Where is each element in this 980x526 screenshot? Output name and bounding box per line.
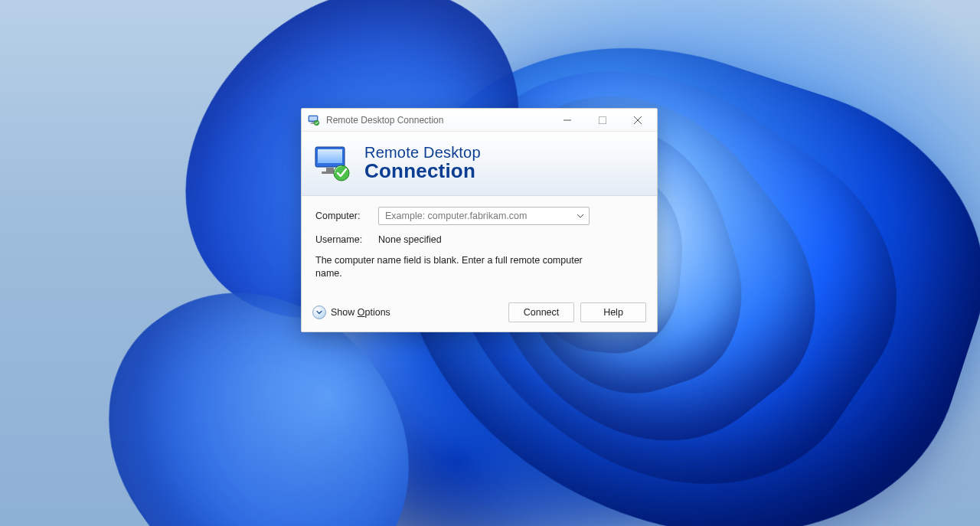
remote-desktop-connection-window: Remote Desktop Connection (301, 108, 658, 332)
svg-rect-8 (326, 168, 334, 172)
desktop-background: Remote Desktop Connection (0, 0, 980, 526)
banner-title-line1: Remote Desktop (364, 145, 481, 161)
chevron-down-icon[interactable] (574, 210, 586, 222)
computer-label: Computer: (315, 211, 378, 221)
username-value: None specified (378, 234, 442, 245)
show-options-label: Show Options (331, 307, 390, 318)
svg-rect-1 (309, 116, 317, 121)
svg-rect-5 (599, 117, 606, 124)
window-title: Remote Desktop Connection (326, 115, 550, 126)
computer-input[interactable] (378, 207, 590, 225)
remote-desktop-app-icon (308, 114, 320, 126)
svg-rect-7 (318, 149, 342, 163)
username-label: Username: (315, 234, 378, 245)
computer-combobox[interactable] (378, 207, 590, 225)
dialog-body: Computer: Username: None specified The c… (302, 196, 657, 296)
svg-point-10 (334, 165, 349, 181)
maximize-button (585, 109, 620, 132)
minimize-button[interactable] (550, 109, 585, 132)
titlebar[interactable]: Remote Desktop Connection (302, 109, 657, 132)
remote-desktop-banner-icon (312, 144, 352, 184)
show-options-toggle[interactable]: Show Options (312, 305, 390, 319)
help-button[interactable]: Help (580, 302, 646, 322)
expand-chevron-icon (312, 305, 326, 319)
banner-title: Remote Desktop Connection (364, 145, 481, 181)
banner-title-line2: Connection (364, 161, 481, 181)
window-controls (550, 109, 655, 131)
close-button[interactable] (620, 109, 655, 132)
banner: Remote Desktop Connection (302, 132, 657, 196)
hint-text: The computer name field is blank. Enter … (315, 254, 606, 280)
dialog-footer: Show Options Connect Help (302, 296, 657, 332)
connect-button[interactable]: Connect (508, 302, 574, 322)
